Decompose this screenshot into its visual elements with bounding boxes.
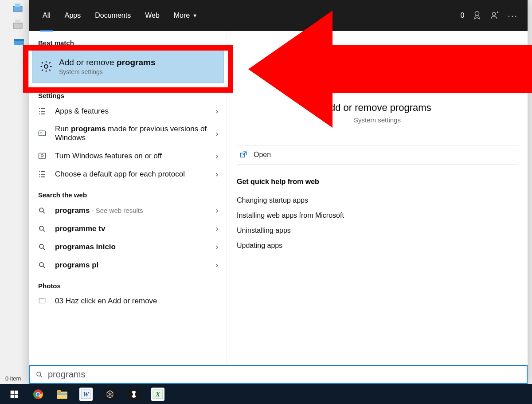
features-icon bbox=[35, 152, 49, 161]
taskbar-unity-hub[interactable] bbox=[98, 384, 121, 404]
result-title: Apps & features bbox=[55, 107, 208, 116]
svg-point-27 bbox=[36, 392, 39, 396]
svg-rect-18 bbox=[240, 153, 244, 157]
svg-point-12 bbox=[41, 154, 43, 157]
svg-rect-20 bbox=[11, 390, 14, 394]
help-link[interactable]: Changing startup apps bbox=[237, 193, 518, 208]
tab-documents[interactable]: Documents bbox=[88, 0, 138, 31]
result-title: Choose a default app for each protocol bbox=[55, 170, 208, 179]
svg-rect-29 bbox=[57, 390, 61, 393]
help-link[interactable]: Updating apps bbox=[237, 238, 518, 253]
svg-rect-22 bbox=[11, 394, 14, 398]
start-button[interactable] bbox=[3, 384, 26, 404]
search-bar bbox=[29, 365, 528, 384]
svg-rect-10 bbox=[40, 132, 42, 133]
help-link[interactable]: Installing web apps from Microsoft bbox=[237, 208, 518, 223]
rewards-icon[interactable] bbox=[472, 11, 482, 20]
chevron-right-icon: › bbox=[215, 260, 219, 270]
settings-result-apps-features[interactable]: Apps & features › bbox=[29, 102, 227, 120]
web-result[interactable]: programas inicio › bbox=[29, 238, 227, 256]
chevron-right-icon: › bbox=[215, 224, 219, 233]
account-icon[interactable] bbox=[490, 11, 500, 20]
result-title: Add or remove programs bbox=[59, 58, 216, 67]
detail-subtitle: System settings bbox=[237, 116, 518, 124]
desktop-icon[interactable] bbox=[13, 20, 29, 34]
tab-label: Documents bbox=[95, 12, 131, 20]
svg-point-14 bbox=[39, 226, 43, 230]
help-header: Get quick help from web bbox=[237, 178, 518, 186]
tab-more[interactable]: More ▼ bbox=[167, 0, 204, 31]
section-best-match: Best match bbox=[29, 31, 227, 49]
chevron-right-icon: › bbox=[215, 169, 219, 179]
svg-point-8 bbox=[44, 65, 48, 68]
best-match-result[interactable]: Add or remove programs System settings › bbox=[32, 50, 224, 83]
detail-title: Add or remove programs bbox=[237, 102, 518, 114]
search-tabs: All Apps Documents Web More ▼ 0 ··· bbox=[29, 0, 528, 31]
taskbar: W X bbox=[0, 384, 532, 404]
settings-result-default-app-protocol[interactable]: Choose a default app for each protocol › bbox=[29, 165, 227, 183]
chevron-right-icon: › bbox=[215, 129, 219, 138]
taskbar-word[interactable]: W bbox=[74, 384, 98, 404]
svg-point-13 bbox=[39, 208, 43, 212]
settings-result-windows-features[interactable]: Turn Windows features on or off › bbox=[29, 147, 227, 165]
svg-rect-5 bbox=[14, 39, 24, 41]
desktop-icon[interactable] bbox=[13, 37, 29, 51]
photo-result[interactable]: 03 Haz click en Add or remove bbox=[29, 292, 227, 310]
svg-point-15 bbox=[39, 244, 43, 248]
photo-icon bbox=[35, 297, 49, 305]
search-icon bbox=[35, 225, 49, 233]
search-icon bbox=[35, 243, 49, 251]
svg-rect-30 bbox=[57, 393, 67, 395]
svg-point-16 bbox=[39, 263, 43, 267]
rewards-count: 0 bbox=[460, 12, 464, 20]
tab-label: Apps bbox=[65, 12, 81, 20]
section-search-web: Search the web bbox=[29, 183, 227, 201]
svg-rect-2 bbox=[13, 23, 22, 28]
open-action[interactable]: Open bbox=[237, 145, 518, 165]
tab-all[interactable]: All bbox=[35, 0, 58, 31]
search-icon bbox=[35, 261, 49, 269]
svg-point-19 bbox=[37, 372, 41, 376]
web-result[interactable]: programs - See web results › bbox=[29, 201, 227, 220]
search-panel: All Apps Documents Web More ▼ 0 ··· Best… bbox=[29, 0, 528, 384]
chevron-right-icon: › bbox=[215, 242, 219, 251]
chevron-right-icon: › bbox=[215, 206, 219, 215]
result-title: programs pl bbox=[55, 261, 208, 270]
svg-rect-3 bbox=[15, 20, 20, 23]
search-icon bbox=[35, 371, 43, 379]
svg-text:W: W bbox=[83, 391, 90, 398]
svg-text:X: X bbox=[155, 391, 160, 398]
svg-point-6 bbox=[475, 12, 479, 16]
svg-point-7 bbox=[493, 12, 496, 16]
tab-web[interactable]: Web bbox=[138, 0, 167, 31]
tab-label: All bbox=[43, 12, 51, 20]
web-result[interactable]: programme tv › bbox=[29, 220, 227, 238]
result-title: Run programs made for previous versions … bbox=[55, 125, 208, 142]
result-title: programme tv bbox=[55, 224, 208, 233]
taskbar-chrome[interactable] bbox=[27, 384, 50, 404]
svg-rect-23 bbox=[15, 394, 18, 398]
search-input[interactable] bbox=[48, 369, 521, 380]
chevron-down-icon: ▼ bbox=[192, 13, 197, 18]
tab-label: Web bbox=[145, 12, 160, 20]
section-settings: Settings bbox=[29, 84, 227, 102]
settings-result-compat[interactable]: Run programs made for previous versions … bbox=[29, 120, 227, 147]
open-label: Open bbox=[254, 151, 271, 159]
desktop-icon[interactable] bbox=[13, 3, 29, 17]
svg-rect-21 bbox=[15, 390, 18, 394]
result-subtitle: System settings bbox=[59, 68, 216, 75]
tab-label: More bbox=[174, 12, 190, 20]
tab-apps[interactable]: Apps bbox=[58, 0, 88, 31]
results-column: Best match Add or remove programs System… bbox=[29, 31, 227, 384]
help-link[interactable]: Uninstalling apps bbox=[237, 223, 518, 238]
chevron-right-icon: › bbox=[215, 151, 219, 161]
taskbar-excel[interactable]: X bbox=[146, 384, 169, 404]
taskbar-unity[interactable] bbox=[122, 384, 145, 404]
svg-rect-11 bbox=[39, 153, 46, 158]
taskbar-explorer[interactable] bbox=[51, 384, 74, 404]
explorer-item-count: 0 item bbox=[5, 375, 21, 382]
more-options-icon[interactable]: ··· bbox=[508, 11, 518, 21]
result-title: Turn Windows features on or off bbox=[55, 152, 208, 161]
svg-rect-1 bbox=[15, 4, 20, 7]
web-result[interactable]: programs pl › bbox=[29, 256, 227, 274]
